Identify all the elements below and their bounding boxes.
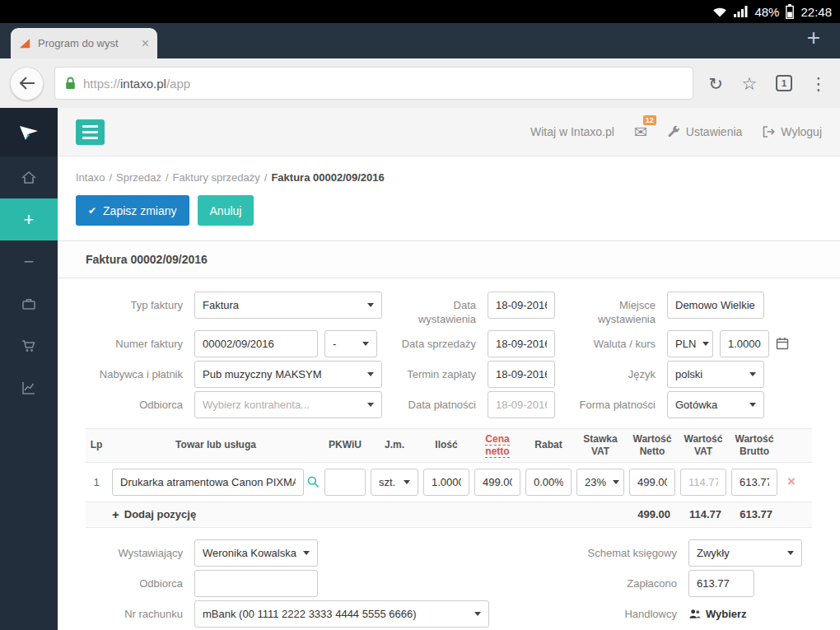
data-sprzedazy-input[interactable] <box>488 330 555 357</box>
sidebar: + − <box>0 108 58 630</box>
logout-button[interactable]: Wyloguj <box>762 125 822 138</box>
handlowcy-choose-button[interactable]: Wybierz <box>688 600 812 620</box>
url-bar[interactable]: https://intaxo.pl/app <box>54 67 693 100</box>
logout-label: Wyloguj <box>781 125 822 138</box>
url-path: /app <box>166 77 190 91</box>
bottom-form: Wystawiający Weronika Kowalska Schemat k… <box>74 528 824 630</box>
logo-icon <box>18 122 40 143</box>
numer-faktury-input[interactable] <box>194 330 318 357</box>
jezyk-label: Język <box>567 361 656 382</box>
battery-icon <box>786 4 794 19</box>
intaxo-logo[interactable] <box>0 108 58 156</box>
numer-suffix-select[interactable]: - <box>324 330 377 357</box>
item-rabat-input[interactable] <box>525 469 572 496</box>
chevron-down-icon <box>362 342 369 346</box>
minus-icon: − <box>24 251 35 273</box>
calendar-icon[interactable] <box>776 337 789 350</box>
save-button[interactable]: ✔Zapisz zmiany <box>76 195 189 226</box>
menu-toggle-button[interactable] <box>76 119 105 145</box>
forma-platnosci-select[interactable]: Gotówka <box>667 391 764 418</box>
messages-badge: 12 <box>643 115 656 126</box>
sidebar-item-minus[interactable]: − <box>0 240 58 282</box>
col-lp: Lp <box>86 439 107 451</box>
data-wystawienia-input[interactable] <box>488 292 555 319</box>
chevron-down-icon <box>749 403 756 407</box>
sidebar-item-sales[interactable] <box>0 324 58 366</box>
breadcrumb-link[interactable]: Intaxo <box>76 171 105 184</box>
odbiorca2-input[interactable] <box>194 570 318 597</box>
panel-body: Typ faktury Faktura Data wystawienia Mie… <box>58 278 840 630</box>
back-arrow-icon <box>19 76 35 91</box>
sidebar-item-home[interactable] <box>0 156 58 198</box>
item-wartosc-netto-input[interactable] <box>629 469 675 496</box>
back-button[interactable] <box>10 67 44 100</box>
col-wartosc-vat: Wartość VAT <box>680 433 726 458</box>
url-scheme: https:// <box>83 77 120 91</box>
termin-zaplaty-input[interactable] <box>488 361 555 388</box>
url-host: intaxo.pl <box>120 77 166 91</box>
odbiorca-select[interactable]: Wybierz kontrahenta... <box>194 391 382 418</box>
bookmark-star-icon[interactable]: ☆ <box>738 75 761 92</box>
sidebar-item-add[interactable]: + <box>0 198 58 240</box>
settings-button[interactable]: Ustawienia <box>667 125 742 138</box>
nr-rachunku-value: mBank (00 1111 2222 3333 4444 5555 6666) <box>203 608 417 620</box>
envelope-icon: ✉ <box>634 124 647 141</box>
page-content: + − Witaj w Intaxo.pl ✉ <box>0 108 840 630</box>
waluta-select[interactable]: PLN <box>667 330 713 357</box>
wystawiajacy-select[interactable]: Weronika Kowalska <box>194 539 318 567</box>
page-scroll-area: Intaxo/Sprzedaż/Faktury sprzedaży/Faktur… <box>58 156 840 630</box>
item-wartosc-vat-input[interactable] <box>680 469 726 496</box>
item-stawka-vat-select[interactable]: 23% <box>576 469 624 496</box>
item-wartosc-brutto-input[interactable] <box>731 469 777 496</box>
cancel-button[interactable]: Anuluj <box>198 195 254 226</box>
breadcrumb-link[interactable]: Sprzedaż <box>116 171 161 184</box>
miejsce-wystawienia-input[interactable] <box>667 292 764 319</box>
add-item-button[interactable]: +Dodaj pozycję <box>112 507 320 521</box>
col-pkwiu: PKWiU <box>324 439 366 451</box>
col-rabat: Rabat <box>525 439 572 451</box>
plus-icon: + <box>24 209 35 231</box>
header-right: Witaj w Intaxo.pl ✉ 12 Ustawienia Wylogu… <box>530 123 822 142</box>
nabywca-label: Nabywca i płatnik <box>86 361 183 382</box>
item-pkwiu-input[interactable] <box>324 469 366 496</box>
messages-button[interactable]: ✉ 12 <box>634 123 647 142</box>
chevron-down-icon <box>367 403 374 407</box>
jezyk-select[interactable]: polski <box>667 361 764 388</box>
invoice-panel: Faktura 00002/09/2016 Typ faktury Faktur… <box>58 240 840 630</box>
nr-rachunku-select[interactable]: mBank (00 1111 2222 3333 4444 5555 6666) <box>194 600 489 628</box>
invoice-form: Typ faktury Faktura Data wystawienia Mie… <box>74 292 824 418</box>
schemat-select[interactable]: Zwykły <box>688 539 802 567</box>
wystawiajacy-label: Wystawiający <box>86 539 183 561</box>
breadcrumb-link[interactable]: Faktury sprzedaży <box>173 171 260 184</box>
browser-tab[interactable]: Program do wyst × <box>11 28 157 58</box>
chevron-down-icon <box>367 372 374 376</box>
tab-close-icon[interactable]: × <box>142 37 149 50</box>
data-platnosci-input[interactable] <box>488 391 555 418</box>
breadcrumb-separator: / <box>166 171 169 184</box>
item-lp: 1 <box>86 476 107 488</box>
nr-rachunku-label: Nr rachunku <box>86 600 183 622</box>
item-towar-input[interactable] <box>112 469 304 496</box>
item-cena-netto-input[interactable] <box>474 469 520 496</box>
tab-count: 1 <box>782 78 786 88</box>
item-jm-value: szt. <box>379 476 395 488</box>
new-tab-icon[interactable]: + <box>807 26 820 49</box>
signal-icon <box>734 6 748 17</box>
sidebar-item-reports[interactable] <box>0 366 58 408</box>
item-ilosc-input[interactable] <box>423 469 469 496</box>
tab-switcher-button[interactable]: 1 <box>776 75 792 91</box>
sidebar-item-company[interactable] <box>0 282 58 324</box>
action-buttons: ✔Zapisz zmiany Anuluj <box>58 195 840 240</box>
zaplacono-input[interactable] <box>688 570 754 597</box>
refresh-icon[interactable]: ↻ <box>704 75 727 92</box>
kurs-input[interactable] <box>720 330 769 357</box>
browser-menu-icon[interactable]: ⋮ <box>807 75 830 92</box>
item-jm-select[interactable]: szt. <box>371 469 418 496</box>
invoice-items-table: Lp Towar lub usługa PKWiU J.m. Ilość Cen… <box>86 428 812 528</box>
nabywca-value: Pub muzyczny MAKSYM <box>203 368 322 380</box>
home-icon <box>21 170 37 186</box>
typ-faktury-select[interactable]: Faktura <box>194 292 382 319</box>
nabywca-select[interactable]: Pub muzyczny MAKSYM <box>194 361 382 388</box>
search-icon[interactable] <box>306 474 320 489</box>
remove-item-icon[interactable]: × <box>782 474 800 490</box>
